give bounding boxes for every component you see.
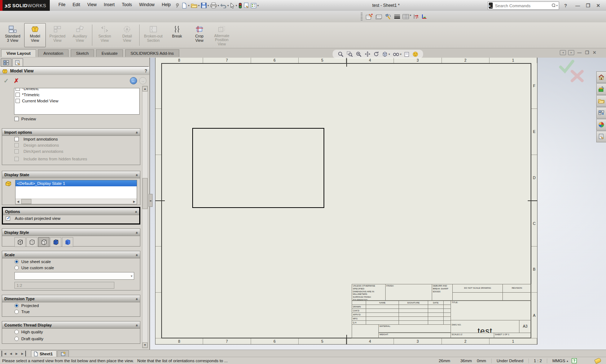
menu-edit[interactable]: Edit xyxy=(69,1,84,9)
rotate-view-icon[interactable] xyxy=(373,51,379,57)
scrollbar-thumb[interactable] xyxy=(21,199,31,204)
help-button[interactable]: ? xyxy=(564,3,567,8)
options-icon[interactable] xyxy=(251,1,259,9)
collapse-chevron-icon[interactable]: « xyxy=(135,298,139,299)
open-icon[interactable] xyxy=(191,1,199,9)
search-commands-box[interactable]: ▸_ ▾ xyxy=(488,1,559,10)
feature-manager-tab[interactable] xyxy=(1,58,12,66)
tab-solidworks-addins[interactable]: SOLIDWORKS Add-Ins xyxy=(125,49,179,57)
rebuild-icon[interactable] xyxy=(238,1,242,9)
add-sheet-tab[interactable] xyxy=(57,350,69,357)
search-icon[interactable] xyxy=(551,3,555,9)
panel-help-icon[interactable]: ? xyxy=(145,68,147,74)
alternate-position-view-button[interactable]: Alternate Position View xyxy=(211,23,233,47)
collapse-chevron-icon[interactable]: « xyxy=(135,231,139,233)
file-explorer-icon[interactable] xyxy=(596,95,606,107)
preview-checkbox[interactable] xyxy=(14,117,19,121)
section-view-button[interactable]: Section View xyxy=(94,23,115,47)
use-custom-scale-row[interactable]: Use custom scale xyxy=(2,265,140,271)
close-button[interactable]: ✕ xyxy=(596,3,600,8)
scrollbar-thumb[interactable] xyxy=(142,178,148,209)
select-arrow-icon[interactable] xyxy=(230,1,237,9)
shaded-with-edges-button[interactable] xyxy=(50,237,61,247)
minimize-button[interactable]: — xyxy=(575,3,580,8)
tab-sketch[interactable]: Sketch xyxy=(71,49,94,57)
zoom-to-area-icon[interactable] xyxy=(347,51,353,57)
custom-scale-dropdown[interactable]: ▾ xyxy=(14,272,134,280)
hidden-lines-removed-button[interactable] xyxy=(38,237,49,247)
menu-insert[interactable]: Insert xyxy=(100,1,118,9)
display-state-selected-item[interactable]: <Default>_Display State 1 xyxy=(16,180,137,186)
restore-button[interactable]: ❐ xyxy=(586,3,590,8)
auto-start-projected-row[interactable]: Auto-start projected view xyxy=(3,215,139,221)
checkbox[interactable] xyxy=(16,88,20,91)
file-properties-icon[interactable] xyxy=(243,1,249,9)
new-document-icon[interactable] xyxy=(181,1,189,9)
group-header[interactable]: Dimension Type« xyxy=(2,295,140,302)
back-button[interactable]: ← xyxy=(130,77,137,84)
display-style-icon[interactable] xyxy=(382,51,390,57)
custom-properties-icon[interactable] xyxy=(596,131,606,142)
menu-window[interactable]: Window xyxy=(136,1,158,9)
panel-scrollbar[interactable]: ▲ ▼ xyxy=(142,86,148,348)
menu-file[interactable]: File xyxy=(55,1,69,9)
smiley-icon[interactable] xyxy=(413,52,418,57)
next-sheet-button[interactable]: ▶ xyxy=(14,351,19,356)
draft-quality-row[interactable]: Draft quality xyxy=(2,336,140,342)
pane-left-icon[interactable]: ◂ xyxy=(560,50,566,55)
checkbox[interactable] xyxy=(14,137,19,141)
scroll-down-icon[interactable]: ▼ xyxy=(142,342,148,348)
cancel-button[interactable]: ✗ xyxy=(14,77,19,85)
edit-sheet-format-icon[interactable] xyxy=(366,13,373,20)
model-view-placement-rect[interactable] xyxy=(192,128,324,208)
search-input[interactable] xyxy=(494,3,551,8)
format-painter-icon[interactable] xyxy=(385,13,392,20)
units-caret-icon[interactable]: ▴ xyxy=(567,359,568,363)
break-button[interactable]: Break xyxy=(166,23,188,47)
projected-dimension-row[interactable]: Projected xyxy=(2,302,140,308)
checkbox[interactable] xyxy=(16,93,20,97)
units-selector[interactable]: MMGS xyxy=(552,359,565,363)
line-format-icon[interactable] xyxy=(394,14,400,19)
last-sheet-button[interactable]: ▶ xyxy=(19,351,26,356)
status-help-icon[interactable]: ? xyxy=(572,358,577,363)
group-header[interactable]: Import options« xyxy=(2,129,140,136)
detail-view-button[interactable]: A Detail View xyxy=(116,23,138,47)
panel-splitter-handle[interactable]: ◂▸ xyxy=(149,194,153,207)
horizontal-scrollbar[interactable]: ◀ ▶ xyxy=(16,199,137,204)
crop-view-button[interactable]: Crop View xyxy=(189,23,210,47)
import-annotations-row[interactable]: Import annotations xyxy=(2,136,140,142)
menu-view[interactable]: View xyxy=(84,1,100,9)
design-library-icon[interactable] xyxy=(596,83,606,95)
tab-evaluate[interactable]: Evaluate xyxy=(96,49,123,57)
view-settings-icon[interactable] xyxy=(404,52,410,57)
scroll-up-icon[interactable]: ▲ xyxy=(142,86,148,92)
menu-tools[interactable]: Tools xyxy=(118,1,136,9)
broken-out-section-button[interactable]: Broken-out Section xyxy=(141,23,165,47)
tab-view-layout[interactable]: View Layout xyxy=(1,49,36,57)
collapse-chevron-icon[interactable]: « xyxy=(135,254,139,255)
group-header[interactable]: Display State« xyxy=(2,171,140,178)
hide-show-items-icon[interactable] xyxy=(393,52,401,57)
prev-sheet-button[interactable]: ◀ xyxy=(8,351,14,356)
toolbar-grip[interactable] xyxy=(361,13,363,21)
appearances-icon[interactable] xyxy=(596,119,606,130)
property-manager-tab[interactable] xyxy=(12,58,23,66)
pin-icon[interactable] xyxy=(175,1,180,9)
doc-close-button[interactable]: ✕ xyxy=(593,50,596,55)
forward-button[interactable]: → xyxy=(139,77,146,84)
high-quality-row[interactable]: High quality xyxy=(2,329,140,335)
group-header[interactable]: Cosmetic Thread Display« xyxy=(2,321,140,329)
shaded-style-button[interactable] xyxy=(62,237,73,247)
projected-view-button[interactable]: Projected View xyxy=(47,23,68,47)
confirm-cancel-icon[interactable] xyxy=(570,69,584,83)
checkbox[interactable] xyxy=(16,99,20,103)
group-header[interactable]: Display Style« xyxy=(2,229,140,236)
list-item[interactable]: *Dimetric xyxy=(14,88,139,92)
scroll-right-icon[interactable]: ▶ xyxy=(132,200,137,203)
drawing-sheet[interactable]: 8 7 6 5 4 3 2 1 8 7 6 5 4 3 2 1 xyxy=(155,58,537,345)
print-icon[interactable] xyxy=(210,1,219,9)
pan-icon[interactable] xyxy=(365,51,370,57)
menu-help[interactable]: Help xyxy=(158,1,175,9)
zoom-to-fit-icon[interactable] xyxy=(338,51,344,57)
